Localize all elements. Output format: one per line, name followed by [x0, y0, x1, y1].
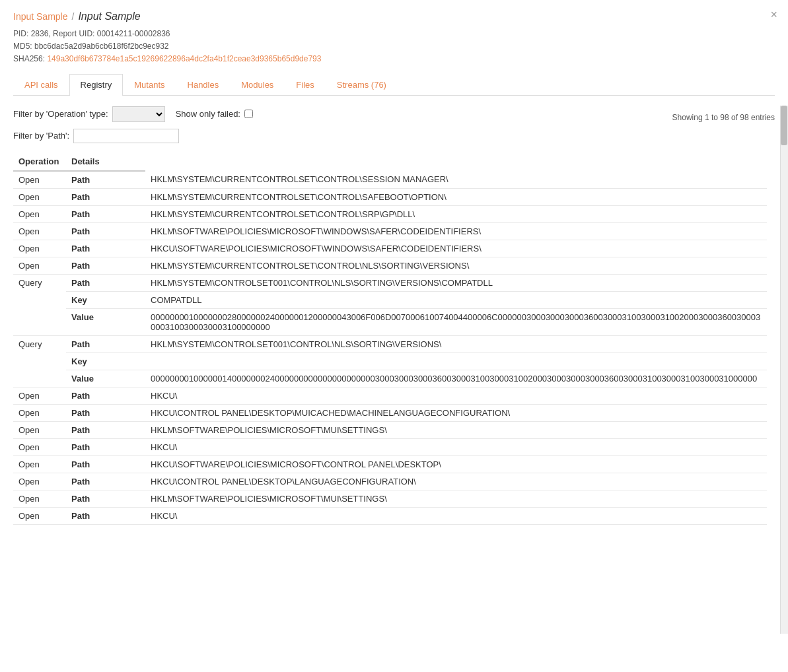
operation-cell: Open [13, 240, 66, 257]
tab-api-calls[interactable]: API calls [13, 74, 69, 95]
operation-filter-select[interactable] [112, 106, 165, 122]
detail-value-cell: HKLM\SYSTEM\CONTROLSET001\CONTROL\NLS\SO… [145, 274, 767, 291]
detail-value-cell: HKCU\SOFTWARE\POLICIES\MICROSOFT\WINDOWS… [145, 240, 767, 257]
table-row: OpenPathHKLM\SOFTWARE\POLICIES\MICROSOFT… [13, 490, 767, 507]
operation-cell: Open [13, 490, 66, 507]
col-header-details: Details [66, 152, 145, 171]
operation-cell: Open [13, 473, 66, 490]
detail-label-cell: Path [66, 490, 145, 507]
operation-cell: Open [13, 438, 66, 455]
sha256-value: 149a30df6b673784e1a5c19269622896a4dc2fa4… [47, 54, 321, 63]
table-row: OpenPathHKLM\SYSTEM\CURRENTCONTROLSET\CO… [13, 205, 767, 222]
detail-label-cell: Path [66, 171, 145, 189]
col-header-operation: Operation [13, 152, 66, 171]
table-row: KeyCOMPATDLL [13, 291, 767, 308]
table-container: Operation Details OpenPathHKLM\SYSTEM\CU… [13, 152, 767, 525]
detail-value-cell [145, 353, 767, 370]
tab-handles[interactable]: Handles [176, 74, 231, 95]
table-row: OpenPathHKCU\SOFTWARE\POLICIES\MICROSOFT… [13, 240, 767, 257]
pid-info: PID: 2836, Report UID: 00014211-00002836 [13, 28, 775, 40]
detail-label: Path [71, 477, 90, 487]
detail-label-cell: Path [66, 507, 145, 524]
detail-label: Path [71, 442, 90, 452]
detail-value-cell: 0000000010000000280000002400000012000000… [145, 308, 767, 335]
tab-modules[interactable]: Modules [230, 74, 285, 95]
detail-value-cell: HKCU\ [145, 438, 767, 455]
detail-label: Path [71, 339, 90, 349]
show-failed-group: Show only failed: [176, 109, 253, 119]
detail-label-cell: Path [66, 205, 145, 222]
showing-count: Showing 1 to 98 of 98 entries [672, 113, 775, 122]
detail-label: Path [71, 226, 90, 236]
filters-container: Filter by 'Operation' type: Show only fa… [13, 106, 253, 122]
detail-value-cell: HKCU\ [145, 387, 767, 404]
path-filter-input[interactable] [73, 129, 179, 143]
table-row: OpenPathHKCU\CONTROL PANEL\DESKTOP\LANGU… [13, 473, 767, 490]
detail-label-cell: Key [66, 291, 145, 308]
detail-label-cell: Path [66, 274, 145, 291]
detail-value-cell: HKLM\SYSTEM\CURRENTCONTROLSET\CONTROL\SR… [145, 205, 767, 222]
operation-cell: Open [13, 404, 66, 421]
detail-label-cell: Path [66, 257, 145, 274]
detail-value-cell: HKCU\ [145, 507, 767, 524]
detail-label-cell: Key [66, 353, 145, 370]
table-row: OpenPathHKCU\SOFTWARE\POLICIES\MICROSOFT… [13, 455, 767, 473]
close-button[interactable]: × [770, 8, 777, 22]
detail-label: Path [71, 175, 90, 185]
detail-label: Path [71, 244, 90, 253]
tab-streams[interactable]: Streams (76) [326, 74, 398, 95]
operation-cell: Query [13, 335, 66, 387]
operation-cell: Open [13, 387, 66, 404]
detail-label: Path [71, 209, 90, 219]
detail-label-cell: Path [66, 421, 145, 438]
detail-value-cell: HKCU\SOFTWARE\POLICIES\MICROSOFT\CONTROL… [145, 455, 767, 473]
detail-value-cell: 0000000010000001400000002400000000000000… [145, 370, 767, 387]
breadcrumb: Input Sample / Input Sample [13, 11, 775, 22]
show-failed-checkbox[interactable] [244, 110, 253, 118]
detail-label-cell: Path [66, 438, 145, 455]
detail-label-cell: Path [66, 473, 145, 490]
detail-label: Path [71, 408, 90, 418]
detail-value-cell: HKLM\SOFTWARE\POLICIES\MICROSOFT\MUI\SET… [145, 421, 767, 438]
operation-filter-group: Filter by 'Operation' type: [13, 106, 165, 122]
md5-info: MD5: bbc6dac5a2d9ab6cb618f6f2bc9ec932 [13, 40, 775, 53]
table-row: OpenPathHKLM\SYSTEM\CURRENTCONTROLSET\CO… [13, 188, 767, 205]
operation-cell: Open [13, 171, 66, 189]
path-filter-label: Filter by 'Path': [13, 131, 69, 141]
operation-cell: Open [13, 205, 66, 222]
detail-label: Path [71, 391, 90, 401]
scrollbar[interactable] [780, 106, 788, 634]
tabs-container: API calls Registry Mutants Handles Modul… [13, 74, 775, 96]
operation-cell: Open [13, 507, 66, 524]
detail-value-cell: HKLM\SOFTWARE\POLICIES\MICROSOFT\MUI\SET… [145, 490, 767, 507]
detail-label: Key [71, 295, 87, 305]
detail-label: Path [71, 425, 90, 435]
tab-registry[interactable]: Registry [69, 74, 124, 96]
detail-value-cell: HKCU\CONTROL PANEL\DESKTOP\LANGUAGECONFI… [145, 473, 767, 490]
detail-label-cell: Path [66, 387, 145, 404]
meta-info: PID: 2836, Report UID: 00014211-00002836… [13, 28, 775, 66]
path-filter-row: Filter by 'Path': [13, 129, 775, 143]
detail-value-cell: HKLM\SYSTEM\CURRENTCONTROLSET\CONTROL\SE… [145, 171, 767, 189]
tab-files[interactable]: Files [285, 74, 325, 95]
table-row: QueryPathHKLM\SYSTEM\CONTROLSET001\CONTR… [13, 335, 767, 353]
modal-container: × Input Sample / Input Sample PID: 2836,… [0, 0, 788, 672]
breadcrumb-link[interactable]: Input Sample [13, 11, 68, 22]
detail-label-cell: Path [66, 240, 145, 257]
sha256-info: SHA256: 149a30df6b673784e1a5c19269622896… [13, 53, 775, 65]
table-row: Value00000000100000014000000024000000000… [13, 370, 767, 387]
operation-filter-label: Filter by 'Operation' type: [13, 109, 108, 119]
detail-label: Key [71, 356, 87, 366]
filters-row: Filter by 'Operation' type: Show only fa… [13, 106, 775, 129]
table-row: OpenPathHKLM\SOFTWARE\POLICIES\MICROSOFT… [13, 421, 767, 438]
detail-label: Path [71, 192, 90, 202]
detail-label-cell: Path [66, 222, 145, 240]
sha256-label: SHA256: [13, 54, 45, 63]
table-row: OpenPathHKLM\SYSTEM\CURRENTCONTROLSET\CO… [13, 171, 767, 189]
detail-value-cell: HKLM\SYSTEM\CURRENTCONTROLSET\CONTROL\SA… [145, 188, 767, 205]
operation-cell: Open [13, 455, 66, 473]
operation-cell: Open [13, 222, 66, 240]
tab-mutants[interactable]: Mutants [123, 74, 176, 95]
scrollbar-thumb[interactable] [781, 106, 787, 145]
table-row: Value00000000100000002800000024000000120… [13, 308, 767, 335]
